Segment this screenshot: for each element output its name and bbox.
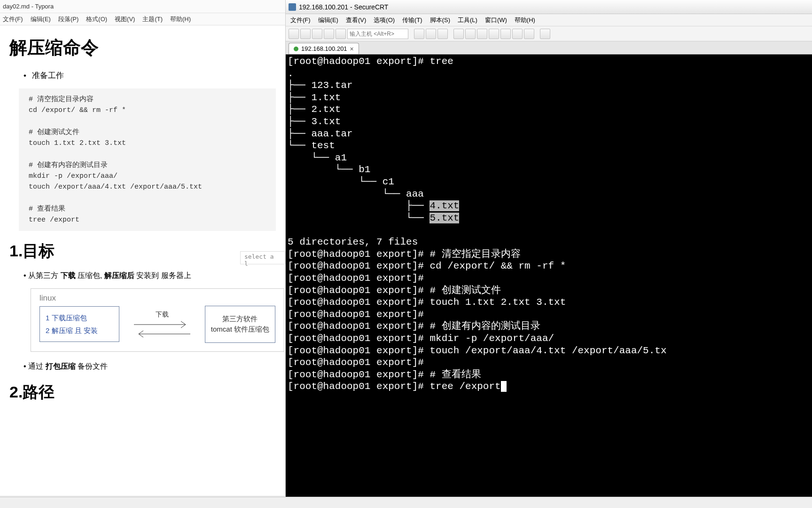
crt-menu-script[interactable]: 脚本(S) xyxy=(430,16,450,24)
diagram-title: linux xyxy=(39,294,275,303)
tb-app-icon[interactable] xyxy=(540,29,550,39)
tb-script-icon[interactable] xyxy=(489,29,499,39)
tb-reconnect-icon[interactable] xyxy=(312,29,322,39)
lang-selector[interactable]: select a l xyxy=(240,251,285,264)
tb-save-icon[interactable] xyxy=(465,29,476,39)
crt-menu-transfer[interactable]: 传输(T) xyxy=(402,16,422,24)
menu-theme[interactable]: 主题(T) xyxy=(142,15,163,24)
diagram-arrows: 下载 xyxy=(119,310,205,339)
crt-menu-tools[interactable]: 工具(L) xyxy=(458,16,477,24)
code-block: # 清空指定目录内容 cd /export/ && rm -rf * # 创建测… xyxy=(19,88,276,231)
windows-taskbar[interactable] xyxy=(0,497,812,508)
backup-bullet: • 通过 打包压缩 备份文件 xyxy=(23,360,276,373)
crt-menubar: 文件(F) 编辑(E) 查看(V) 选项(O) 传输(T) 脚本(S) 工具(L… xyxy=(286,14,812,26)
crt-menu-edit[interactable]: 编辑(E) xyxy=(318,16,338,24)
tb-quick-icon[interactable] xyxy=(300,29,311,39)
menu-view[interactable]: 视图(V) xyxy=(115,15,135,24)
crt-menu-file[interactable]: 文件(F) xyxy=(290,16,311,24)
bullet-prep: 准备工作 xyxy=(23,70,276,81)
diagram-box-right: 第三方软件 tomcat 软件压缩包 xyxy=(205,306,275,343)
crt-app-icon xyxy=(289,3,296,11)
h2-path: 2.路径 xyxy=(9,381,276,403)
crt-titlebar: 192.168.100.201 - SecureCRT xyxy=(286,0,812,14)
arrow-left-icon xyxy=(134,329,190,339)
diagram-box-left: 1 下载压缩包 2 解压缩 且 安装 xyxy=(39,306,119,342)
typora-menubar: 文件(F) 编辑(E) 段落(P) 格式(O) 视图(V) 主题(T) 帮助(H… xyxy=(0,13,285,25)
crt-menu-options[interactable]: 选项(O) xyxy=(374,16,395,24)
goal-bullet: • 从第三方 下载 压缩包, 解压缩后 安装到 服务器上 xyxy=(23,270,276,282)
typora-editor[interactable]: 解压缩命令 准备工作 # 清空指定目录内容 cd /export/ && rm … xyxy=(0,25,285,496)
tb-print-icon[interactable] xyxy=(453,29,464,39)
tb-disconnect-icon[interactable] xyxy=(324,29,334,39)
tb-settings-icon[interactable] xyxy=(500,29,511,39)
menu-format[interactable]: 格式(O) xyxy=(86,15,107,24)
crt-tabbar: 192.168.100.201 × xyxy=(286,41,812,55)
menu-help[interactable]: 帮助(H) xyxy=(170,15,191,24)
typora-window: day02.md - Typora 文件(F) 编辑(E) 段落(P) 格式(O… xyxy=(0,0,286,508)
crt-tab-active[interactable]: 192.168.100.201 × xyxy=(289,43,359,54)
crt-menu-window[interactable]: 窗口(W) xyxy=(485,16,507,24)
securecrt-window: 192.168.100.201 - SecureCRT 文件(F) 编辑(E) … xyxy=(286,0,812,508)
menu-edit[interactable]: 编辑(E) xyxy=(31,15,51,24)
tb-find-icon[interactable] xyxy=(437,29,448,39)
tb-connect-icon[interactable] xyxy=(289,29,299,39)
diagram: linux 1 下载压缩包 2 解压缩 且 安装 下载 第三方软件 tomcat… xyxy=(31,288,284,352)
tb-paste-icon[interactable] xyxy=(426,29,436,39)
tb-copy-icon[interactable] xyxy=(414,29,424,39)
typora-title-text: day02.md - Typora xyxy=(3,3,54,10)
crt-title-text: 192.168.100.201 - SecureCRT xyxy=(299,3,388,11)
arrow-label: 下载 xyxy=(156,310,169,319)
typora-titlebar: day02.md - Typora xyxy=(0,0,285,13)
menu-paragraph[interactable]: 段落(P) xyxy=(58,15,78,24)
h2-goal: 1.目标 xyxy=(9,240,276,262)
tb-cancel-icon[interactable] xyxy=(336,29,346,39)
tb-help-icon[interactable] xyxy=(524,29,534,39)
crt-toolbar xyxy=(286,26,812,41)
crt-menu-help[interactable]: 帮助(H) xyxy=(515,16,535,24)
terminal[interactable]: [root@hadoop01 export]# tree . ├── 123.t… xyxy=(286,55,812,497)
arrow-right-icon xyxy=(134,320,190,329)
host-input[interactable] xyxy=(347,29,408,39)
crt-menu-view[interactable]: 查看(V) xyxy=(346,16,366,24)
tb-key-icon[interactable] xyxy=(512,29,523,39)
page-title: 解压缩命令 xyxy=(9,36,276,60)
tab-status-icon xyxy=(294,47,298,51)
tab-label: 192.168.100.201 xyxy=(301,45,347,52)
tb-log-icon[interactable] xyxy=(477,29,487,39)
menu-file[interactable]: 文件(F) xyxy=(3,15,23,24)
tab-close-icon[interactable]: × xyxy=(350,45,354,53)
